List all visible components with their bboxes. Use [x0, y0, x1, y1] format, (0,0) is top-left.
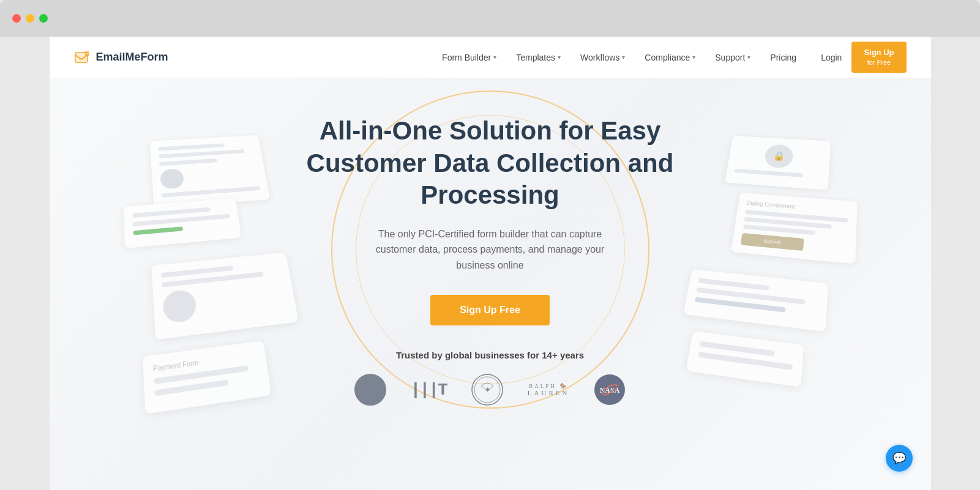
trust-section: Trusted by global businesses for 14+ yea… [354, 350, 626, 404]
nasa-logo: NASA [594, 375, 626, 404]
browser-chrome [0, 0, 980, 37]
nav-links: Form Builder ▾ Templates ▾ Workflows ▾ C… [442, 53, 796, 62]
signup-button[interactable]: Sign Up for Free [851, 42, 906, 73]
logo-text: EmailMeForm [96, 51, 168, 64]
traffic-light-yellow[interactable] [26, 14, 34, 23]
nav-item-support[interactable]: Support ▾ [715, 53, 750, 62]
svg-text:✓: ✓ [86, 52, 89, 56]
hero-title: All-in-One Solution for Easy Customer Da… [307, 115, 674, 212]
traffic-light-green[interactable] [39, 14, 48, 23]
trust-logos: HARVARD UNIVERSITY VE RI TAS |||T [354, 375, 626, 404]
chevron-down-icon: ▾ [692, 54, 695, 61]
svg-text:VE RI TAS: VE RI TAS [359, 393, 381, 399]
hero-subtitle: The only PCI-Certified form builder that… [362, 226, 619, 273]
svg-text:HARVARD: HARVARD [361, 385, 378, 388]
chevron-down-icon: ▾ [622, 54, 625, 61]
nav-item-form-builder[interactable]: Form Builder ▾ [442, 53, 496, 62]
chevron-down-icon: ▾ [493, 54, 496, 61]
nav-item-compliance[interactable]: Compliance ▾ [645, 53, 695, 62]
chevron-down-icon: ▾ [558, 54, 561, 61]
trust-title: Trusted by global businesses for 14+ yea… [354, 350, 626, 360]
logo-area[interactable]: ✓ EmailMeForm [74, 49, 168, 66]
nav-item-pricing[interactable]: Pricing [770, 53, 796, 62]
browser-window: ✓ EmailMeForm Form Builder ▾ Templates ▾… [50, 37, 931, 490]
chat-button[interactable]: 💬 [886, 445, 913, 472]
starbucks-logo: ✦ [471, 375, 503, 404]
ralph-lauren-logo: RALPH 🏇 LAUREN [528, 375, 570, 404]
navbar: ✓ EmailMeForm Form Builder ▾ Templates ▾… [50, 37, 931, 78]
hero-section: Payment Form 🔒 Dialog Component Submit [50, 78, 931, 490]
nav-item-workflows[interactable]: Workflows ▾ [580, 53, 625, 62]
hero-content: All-in-One Solution for Easy Customer Da… [307, 78, 674, 325]
traffic-light-red[interactable] [12, 14, 21, 23]
signup-free-button[interactable]: Sign Up Free [430, 295, 550, 325]
logo-icon: ✓ [74, 49, 91, 66]
nav-right: Login Sign Up for Free [821, 42, 906, 73]
harvard-logo: HARVARD UNIVERSITY VE RI TAS [354, 375, 386, 404]
chat-icon: 💬 [892, 451, 906, 465]
mit-logo: |||T [411, 375, 447, 404]
nav-item-templates[interactable]: Templates ▾ [516, 53, 561, 62]
chevron-down-icon: ▾ [747, 54, 750, 61]
login-button[interactable]: Login [821, 53, 842, 62]
